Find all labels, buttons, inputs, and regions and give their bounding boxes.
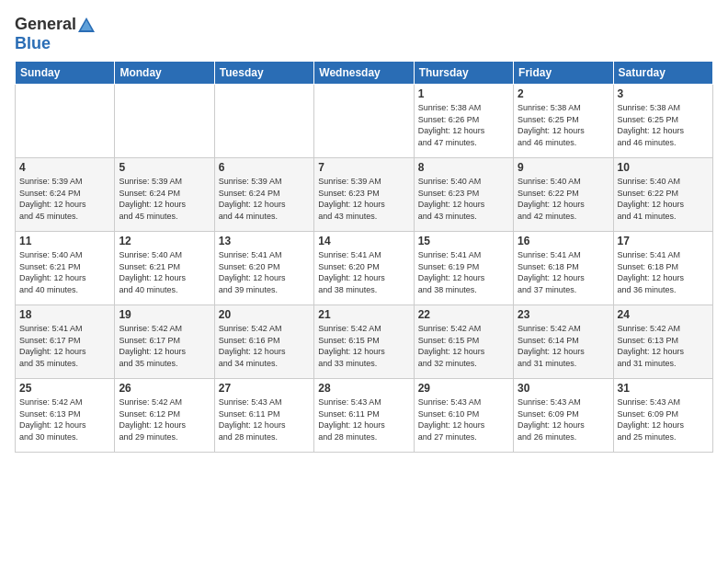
day-cell: 15Sunrise: 5:41 AM Sunset: 6:19 PM Dayli… [414,232,513,305]
day-cell: 23Sunrise: 5:42 AM Sunset: 6:14 PM Dayli… [514,305,613,379]
page: General Blue SundayMondayTuesdayWednesda… [0,0,728,462]
day-number: 27 [219,382,310,395]
day-info: Sunrise: 5:42 AM Sunset: 6:13 PM Dayligh… [618,323,709,369]
day-number: 30 [518,382,609,395]
day-number: 14 [318,235,409,247]
day-number: 7 [318,161,409,174]
day-number: 28 [318,382,409,395]
day-info: Sunrise: 5:41 AM Sunset: 6:18 PM Dayligh… [518,249,609,295]
day-cell: 13Sunrise: 5:41 AM Sunset: 6:20 PM Dayli… [214,232,313,305]
day-info: Sunrise: 5:42 AM Sunset: 6:15 PM Dayligh… [318,323,409,369]
weekday-header-saturday: Saturday [613,62,712,85]
day-number: 10 [618,161,709,174]
day-info: Sunrise: 5:43 AM Sunset: 6:09 PM Dayligh… [618,396,709,442]
day-cell: 11Sunrise: 5:40 AM Sunset: 6:21 PM Dayli… [16,232,115,305]
day-cell: 18Sunrise: 5:41 AM Sunset: 6:17 PM Dayli… [16,305,115,379]
day-number: 24 [618,308,709,321]
day-info: Sunrise: 5:41 AM Sunset: 6:18 PM Dayligh… [618,249,709,295]
day-info: Sunrise: 5:39 AM Sunset: 6:24 PM Dayligh… [119,176,210,222]
day-number: 6 [219,161,310,174]
day-cell: 20Sunrise: 5:42 AM Sunset: 6:16 PM Dayli… [214,305,313,379]
weekday-header-monday: Monday [115,62,214,85]
logo-general: General [15,15,76,34]
day-cell: 6Sunrise: 5:39 AM Sunset: 6:24 PM Daylig… [214,158,313,232]
weekday-header-tuesday: Tuesday [214,62,313,85]
day-number: 1 [418,87,509,100]
day-info: Sunrise: 5:39 AM Sunset: 6:23 PM Dayligh… [318,176,409,222]
day-info: Sunrise: 5:43 AM Sunset: 6:11 PM Dayligh… [318,396,409,442]
day-info: Sunrise: 5:40 AM Sunset: 6:21 PM Dayligh… [119,249,210,295]
day-number: 8 [418,161,509,174]
day-cell: 7Sunrise: 5:39 AM Sunset: 6:23 PM Daylig… [314,158,414,232]
day-info: Sunrise: 5:43 AM Sunset: 6:10 PM Dayligh… [418,396,509,442]
logo: General [15,15,97,34]
day-info: Sunrise: 5:42 AM Sunset: 6:13 PM Dayligh… [19,396,110,442]
day-cell: 8Sunrise: 5:40 AM Sunset: 6:23 PM Daylig… [414,158,513,232]
day-info: Sunrise: 5:41 AM Sunset: 6:20 PM Dayligh… [318,249,409,295]
logo-triangle-icon [77,17,96,33]
day-cell: 27Sunrise: 5:43 AM Sunset: 6:11 PM Dayli… [214,379,313,453]
week-row-3: 11Sunrise: 5:40 AM Sunset: 6:21 PM Dayli… [16,232,713,305]
day-number: 13 [219,235,310,247]
day-cell: 4Sunrise: 5:39 AM Sunset: 6:24 PM Daylig… [16,158,115,232]
day-cell: 2Sunrise: 5:38 AM Sunset: 6:25 PM Daylig… [514,85,613,158]
day-cell: 12Sunrise: 5:40 AM Sunset: 6:21 PM Dayli… [115,232,214,305]
logo-blue: Blue [15,34,51,53]
day-info: Sunrise: 5:38 AM Sunset: 6:25 PM Dayligh… [618,102,709,148]
day-cell: 16Sunrise: 5:41 AM Sunset: 6:18 PM Dayli… [514,232,613,305]
day-cell: 30Sunrise: 5:43 AM Sunset: 6:09 PM Dayli… [514,379,613,453]
day-number: 22 [418,308,509,321]
day-info: Sunrise: 5:42 AM Sunset: 6:15 PM Dayligh… [418,323,509,369]
day-number: 15 [418,235,509,247]
day-number: 19 [119,308,210,321]
day-number: 18 [19,308,110,321]
day-info: Sunrise: 5:38 AM Sunset: 6:26 PM Dayligh… [418,102,509,148]
day-number: 17 [618,235,709,247]
day-cell: 9Sunrise: 5:40 AM Sunset: 6:22 PM Daylig… [514,158,613,232]
day-info: Sunrise: 5:38 AM Sunset: 6:25 PM Dayligh… [518,102,609,148]
week-row-4: 18Sunrise: 5:41 AM Sunset: 6:17 PM Dayli… [16,305,713,379]
day-cell: 29Sunrise: 5:43 AM Sunset: 6:10 PM Dayli… [414,379,513,453]
day-number: 11 [19,235,110,247]
day-cell: 19Sunrise: 5:42 AM Sunset: 6:17 PM Dayli… [115,305,214,379]
day-cell: 14Sunrise: 5:41 AM Sunset: 6:20 PM Dayli… [314,232,414,305]
day-number: 3 [618,87,709,100]
day-cell: 26Sunrise: 5:42 AM Sunset: 6:12 PM Dayli… [115,379,214,453]
day-info: Sunrise: 5:42 AM Sunset: 6:16 PM Dayligh… [219,323,310,369]
day-info: Sunrise: 5:43 AM Sunset: 6:09 PM Dayligh… [518,396,609,442]
day-info: Sunrise: 5:41 AM Sunset: 6:20 PM Dayligh… [219,249,310,295]
day-info: Sunrise: 5:42 AM Sunset: 6:12 PM Dayligh… [119,396,210,442]
day-cell: 3Sunrise: 5:38 AM Sunset: 6:25 PM Daylig… [613,85,712,158]
calendar-table: SundayMondayTuesdayWednesdayThursdayFrid… [15,61,713,453]
weekday-header-wednesday: Wednesday [314,62,414,85]
day-info: Sunrise: 5:42 AM Sunset: 6:14 PM Dayligh… [518,323,609,369]
week-row-5: 25Sunrise: 5:42 AM Sunset: 6:13 PM Dayli… [16,379,713,453]
day-info: Sunrise: 5:40 AM Sunset: 6:22 PM Dayligh… [518,176,609,222]
day-number: 21 [318,308,409,321]
weekday-header-sunday: Sunday [16,62,115,85]
day-info: Sunrise: 5:39 AM Sunset: 6:24 PM Dayligh… [19,176,110,222]
day-cell: 22Sunrise: 5:42 AM Sunset: 6:15 PM Dayli… [414,305,513,379]
day-info: Sunrise: 5:40 AM Sunset: 6:21 PM Dayligh… [19,249,110,295]
day-info: Sunrise: 5:39 AM Sunset: 6:24 PM Dayligh… [219,176,310,222]
week-row-1: 1Sunrise: 5:38 AM Sunset: 6:26 PM Daylig… [16,85,713,158]
day-cell: 31Sunrise: 5:43 AM Sunset: 6:09 PM Dayli… [613,379,712,453]
day-number: 9 [518,161,609,174]
day-number: 29 [418,382,509,395]
day-number: 16 [518,235,609,247]
day-cell [214,85,313,158]
day-number: 5 [119,161,210,174]
day-cell: 25Sunrise: 5:42 AM Sunset: 6:13 PM Dayli… [16,379,115,453]
week-row-2: 4Sunrise: 5:39 AM Sunset: 6:24 PM Daylig… [16,158,713,232]
day-number: 20 [219,308,310,321]
day-number: 23 [518,308,609,321]
day-info: Sunrise: 5:41 AM Sunset: 6:17 PM Dayligh… [19,323,110,369]
day-cell: 10Sunrise: 5:40 AM Sunset: 6:22 PM Dayli… [613,158,712,232]
day-info: Sunrise: 5:41 AM Sunset: 6:19 PM Dayligh… [418,249,509,295]
day-cell: 28Sunrise: 5:43 AM Sunset: 6:11 PM Dayli… [314,379,414,453]
day-cell: 21Sunrise: 5:42 AM Sunset: 6:15 PM Dayli… [314,305,414,379]
day-number: 4 [19,161,110,174]
day-number: 12 [119,235,210,247]
weekday-header-thursday: Thursday [414,62,513,85]
day-info: Sunrise: 5:43 AM Sunset: 6:11 PM Dayligh… [219,396,310,442]
